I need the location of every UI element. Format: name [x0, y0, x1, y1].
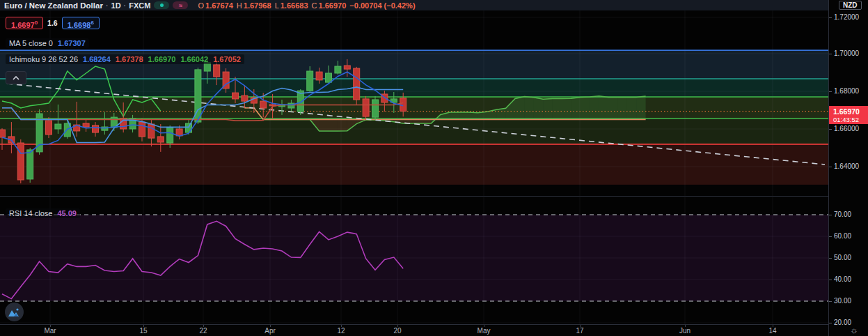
time-tick-mark	[203, 325, 204, 327]
ichimoku-cloud-fill	[422, 119, 431, 123]
time-axis-label: Apr	[265, 327, 276, 335]
rsi-axis-label: 50.00	[834, 254, 851, 261]
candle-up	[307, 71, 313, 91]
rsi-chart-canvas[interactable]	[0, 197, 828, 324]
time-tick-mark	[580, 325, 581, 327]
time-tick-mark	[143, 325, 144, 327]
ma-legend-row[interactable]: MA 5 close 0 1.67307	[6, 38, 89, 48]
mountain-chart-icon	[8, 307, 20, 316]
main-chart-panel[interactable]	[0, 10, 828, 196]
open-value: 1.67674	[205, 1, 233, 10]
time-tick-mark	[50, 325, 51, 327]
currency-badge[interactable]: NZD	[839, 1, 862, 10]
ichimoku-cloud-fill	[524, 96, 533, 119]
sell-button[interactable]: 1.66970	[6, 17, 43, 29]
rsi-indicator-label[interactable]: RSI 14 close	[9, 209, 52, 217]
ichimoku-cloud-fill	[459, 112, 468, 119]
spread-value: 1.6	[47, 19, 58, 27]
candle-up	[372, 100, 379, 117]
ichimoku-cloud-fill	[329, 119, 338, 131]
symbol-info-bar[interactable]: Euro / New Zealand Dollar · 1D · FXCM ≈ …	[0, 0, 828, 10]
ichimoku-cloud-fill	[515, 96, 524, 119]
time-axis-label: 14	[768, 327, 776, 335]
candle-up	[55, 124, 61, 129]
ichimoku-cloud-fill	[338, 119, 347, 131]
low-value: 1.66683	[281, 1, 308, 10]
axis-tick-mark	[829, 323, 832, 323]
axis-tick-mark	[829, 167, 832, 167]
axis-tick-mark	[829, 54, 832, 54]
rsi-axis-label: 40.00	[834, 275, 851, 283]
title-separator: ·	[106, 1, 109, 10]
price-axis-label: 1.64000	[834, 162, 859, 170]
price-chart-canvas[interactable]	[0, 10, 828, 196]
ichimoku-cloud-fill	[599, 96, 608, 120]
time-axis-label: 12	[337, 327, 345, 335]
ohlc-readout: O1.67674 H1.67968 L1.66683 C1.66970 −0.0…	[198, 1, 416, 10]
ichimoku-value: 1.66970	[148, 55, 176, 63]
time-tick-mark	[341, 325, 342, 327]
last-price-value: 1.66970	[833, 107, 868, 116]
market-status-icon[interactable]	[154, 1, 169, 9]
candle-down	[83, 123, 89, 127]
candle-down	[232, 93, 239, 99]
rsi-panel[interactable]	[0, 197, 828, 324]
ichimoku-value: 1.66042	[180, 55, 208, 63]
panel-separator[interactable]	[0, 196, 828, 197]
ichimoku-cloud-fill	[319, 119, 329, 131]
rsi-legend-row[interactable]: RSI 14 close 45.09	[6, 208, 80, 218]
rsi-axis-label: 30.00	[834, 297, 851, 305]
ichimoku-cloud-fill	[534, 98, 543, 120]
symbol-title[interactable]: Euro / New Zealand Dollar	[4, 1, 103, 10]
candle-up	[167, 128, 173, 143]
axis-tick-mark	[829, 258, 832, 259]
platform-logo[interactable]	[5, 303, 24, 321]
chevron-up-icon	[13, 76, 19, 80]
market-open-dot-icon	[160, 3, 164, 7]
axis-tick-mark	[829, 215, 832, 215]
bar-countdown: 01:43:52	[833, 116, 868, 123]
candle-down	[363, 99, 369, 116]
price-zone-band	[0, 144, 828, 185]
price-axis[interactable]: NZD 1.66970 01:43:52 ☼ 1.720001.700001.6…	[828, 0, 868, 336]
ichimoku-cloud-fill	[581, 97, 590, 120]
snapshot-icon[interactable]: ≈	[173, 1, 188, 9]
exchange-label[interactable]: FXCM	[129, 1, 150, 10]
trading-chart-app: Euro / New Zealand Dollar · 1D · FXCM ≈ …	[0, 0, 868, 336]
candle-down	[354, 68, 360, 100]
time-axis-label: Mar	[44, 327, 56, 335]
ichimoku-cloud-fill	[636, 96, 645, 119]
ma-indicator-label[interactable]: MA 5 close 0	[9, 39, 53, 47]
ichimoku-cloud-fill	[608, 97, 617, 119]
candle-up	[27, 150, 33, 179]
time-tick-mark	[773, 325, 773, 327]
time-axis-label: 20	[393, 327, 401, 335]
ichimoku-legend-row[interactable]: Ichimoku 9 26 52 26 1.682641.673781.6697…	[6, 54, 244, 64]
ichimoku-cloud-fill	[571, 97, 580, 119]
rsi-axis-label: 70.00	[834, 211, 851, 218]
price-axis-label: 1.70000	[834, 49, 859, 57]
time-tick-mark	[397, 325, 398, 327]
theme-sun-icon[interactable]: ☼	[850, 325, 858, 335]
ichimoku-cloud-fill	[468, 112, 478, 119]
ichimoku-cloud-fill	[627, 97, 636, 119]
interval-label[interactable]: 1D	[111, 1, 121, 10]
candle-up	[326, 73, 332, 82]
buy-button[interactable]: 1.66986	[62, 17, 100, 29]
time-axis-label: Jun	[679, 327, 691, 335]
change-value: −0.00704 (−0.42%)	[349, 1, 415, 10]
ichimoku-cloud-fill	[543, 98, 552, 119]
ichimoku-value: 1.68264	[83, 55, 111, 63]
time-axis-label: 15	[139, 327, 147, 335]
candle-down	[214, 65, 220, 77]
time-axis-label: 22	[199, 327, 207, 335]
time-tick-mark	[685, 325, 686, 327]
candle-down	[242, 96, 248, 101]
collapse-legend-button[interactable]	[6, 71, 26, 84]
time-axis-label: 17	[576, 327, 583, 335]
time-axis[interactable]: Mar1522Apr1220May17Jun14	[0, 324, 828, 336]
ichimoku-indicator-label[interactable]: Ichimoku 9 26 52 26	[9, 55, 78, 63]
candle-down	[46, 121, 52, 135]
candle-down	[157, 137, 164, 142]
candle-down	[0, 130, 6, 137]
